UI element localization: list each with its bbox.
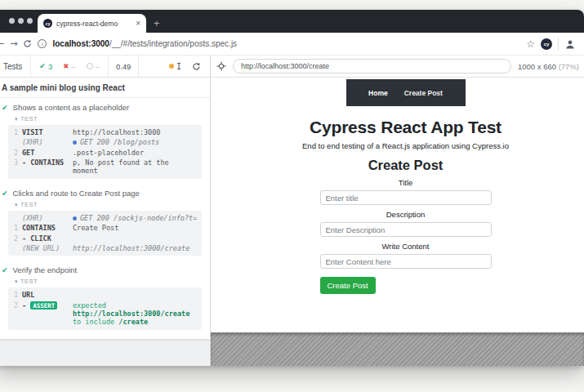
content-input[interactable] <box>320 254 492 269</box>
test-passed-check-icon: ✔ <box>2 104 8 112</box>
command-row[interactable]: 2 - CLICK <box>8 234 202 243</box>
command-message: http://localhost:3000 <box>73 128 197 136</box>
collapse-caret-icon: ▾ <box>15 278 18 285</box>
nav-create-post-link[interactable]: Create Post <box>404 89 443 97</box>
route-dot-icon <box>73 140 77 145</box>
xhr-message: GET 200 /sockjs-node/info?t=1546869… <box>80 214 197 222</box>
bookmark-star-icon[interactable]: ☆ <box>526 38 535 50</box>
title-label: Title <box>320 178 492 187</box>
test-passed-check-icon: ✔ <box>2 189 8 198</box>
command-number: 3 <box>8 158 22 176</box>
new-tab-button[interactable]: + <box>154 18 160 29</box>
omnibox[interactable]: localhost:3000/__/#/tests/integration/po… <box>52 39 237 48</box>
assert-row[interactable]: 2 - ASSERT expected http://localhost:300… <box>8 301 202 327</box>
failed-x-icon: ✖ <box>63 62 69 70</box>
command-name: (XHR) <box>22 214 73 222</box>
attempt-header[interactable]: ▾TEST <box>0 276 210 286</box>
xhr-message: GET 200 /blog/posts <box>80 138 159 146</box>
command-row[interactable]: 1 CONTAINS Create Post <box>8 223 202 233</box>
tab-strip: cy cypress-react-demo × + <box>0 10 584 33</box>
xhr-row[interactable]: (XHR) GET 200 /blog/posts <box>8 137 202 147</box>
command-number <box>8 214 22 222</box>
description-input[interactable] <box>320 222 492 237</box>
command-message: GET 200 /sockjs-node/info?t=1546869… <box>73 214 197 222</box>
profile-icon[interactable] <box>564 38 576 50</box>
command-row[interactable]: 3 - CONTAINS p, No post found at the mom… <box>8 158 202 176</box>
test-title[interactable]: ✔ Clicks and route to Create Post page <box>0 184 210 199</box>
cypress-extension-icon[interactable]: cy <box>541 38 552 50</box>
site-info-icon[interactable]: i <box>38 39 47 48</box>
command-message: p, No post found at the moment <box>73 158 197 176</box>
command-log-panel: A sample mini blog using React ✔ Shows a… <box>0 78 211 366</box>
command-message: GET 200 /blog/posts <box>73 138 197 146</box>
pending-count: – <box>96 62 100 71</box>
command-number: 2 <box>8 234 22 243</box>
cypress-favicon-icon: cy <box>43 19 52 28</box>
selector-playground-icon[interactable] <box>216 61 226 71</box>
tab-close-icon[interactable]: × <box>136 19 140 28</box>
attempt-label: TEST <box>20 115 38 122</box>
window-minimize-icon[interactable] <box>18 18 24 24</box>
command-row[interactable]: 1 URL <box>8 290 202 300</box>
content-label: Write Content <box>320 242 492 251</box>
stat-pending: – <box>87 62 100 71</box>
forward-icon[interactable]: → <box>10 39 17 48</box>
create-post-button[interactable]: Create Post <box>320 277 376 294</box>
failed-count: – <box>71 62 75 71</box>
command-message: Create Post <box>73 224 197 232</box>
child-dash: - <box>22 301 26 310</box>
restart-tests-icon[interactable] <box>192 62 210 71</box>
command-name: URL <box>22 291 73 299</box>
studio-toggle[interactable]: I <box>169 62 192 71</box>
recording-dot-icon <box>169 64 174 69</box>
command-row[interactable]: 1 VISIT http://localhost:3000 <box>8 127 202 137</box>
command-name: VISIT <box>22 128 73 136</box>
title-input[interactable] <box>320 190 492 205</box>
suite-title[interactable]: A sample mini blog using React <box>0 78 210 98</box>
window-maximize-icon[interactable] <box>27 18 33 24</box>
aut-stage: Home Create Post Cypress React App Test … <box>211 78 584 366</box>
xhr-row[interactable]: (XHR) GET 200 /sockjs-node/info?t=154686… <box>8 213 202 223</box>
nav-home-link[interactable]: Home <box>368 89 388 97</box>
attempt-label: TEST <box>20 201 38 208</box>
collapse-caret-icon: ▾ <box>15 202 18 208</box>
attempt-header[interactable]: ▾TEST <box>0 199 210 209</box>
attempt-header[interactable]: ▾TEST <box>0 114 210 123</box>
app-navbar: Home Create Post <box>346 79 466 106</box>
cypress-toolbar: Tests ✔ 3 ✖ – – 0.49 <box>0 56 584 78</box>
browser-tab[interactable]: cy cypress-react-demo × <box>38 14 146 33</box>
command-block: 1 VISIT http://localhost:3000 (XHR) GET … <box>8 125 202 179</box>
attempt-label: TEST <box>20 278 38 285</box>
window-close-icon[interactable] <box>9 18 15 24</box>
new-url-row[interactable]: (NEW URL) http://localhost:3000/create <box>8 243 202 253</box>
aut-url-field[interactable]: http://localhost:3000/create <box>233 59 511 74</box>
app-header: http://localhost:3000/create 1000 x 660 … <box>211 56 584 77</box>
command-name: - CLICK <box>22 234 73 243</box>
reporter-header: Tests ✔ 3 ✖ – – 0.49 <box>0 56 211 77</box>
assert-value: http://localhost:3000/create <box>73 310 189 318</box>
browser-toolbar: ← → i localhost:3000/__/#/tests/integrat… <box>0 33 584 56</box>
command-row[interactable]: 2 GET .post-placeholder <box>8 148 202 158</box>
test-title[interactable]: ✔ Verify the endpoint <box>0 261 210 276</box>
back-icon[interactable]: ← <box>0 39 4 48</box>
command-log: A sample mini blog using React ✔ Shows a… <box>0 78 210 340</box>
offstage-stripes <box>211 332 584 366</box>
stat-passed: ✔ 3 <box>39 62 52 71</box>
command-message <box>73 291 197 299</box>
test-name: Verify the endpoint <box>13 265 78 274</box>
description-label: Description <box>320 210 492 219</box>
tests-back-button[interactable]: Tests <box>0 62 30 71</box>
test-title[interactable]: ✔ Shows a content as a placeholder <box>0 98 210 114</box>
passed-check-icon: ✔ <box>39 62 46 70</box>
command-number <box>8 244 22 252</box>
command-number: 2 <box>8 301 22 327</box>
command-number: 1 <box>8 224 22 232</box>
test-duration: 0.49 <box>109 62 139 71</box>
command-number: 2 <box>8 149 22 157</box>
window-controls <box>9 18 33 24</box>
toolbar-separator <box>558 38 559 51</box>
aut-iframe: Home Create Post Cypress React App Test … <box>211 78 584 332</box>
reload-icon[interactable] <box>23 39 32 48</box>
test-stats: ✔ 3 ✖ – – <box>31 62 108 71</box>
runner-main: A sample mini blog using React ✔ Shows a… <box>0 78 584 366</box>
